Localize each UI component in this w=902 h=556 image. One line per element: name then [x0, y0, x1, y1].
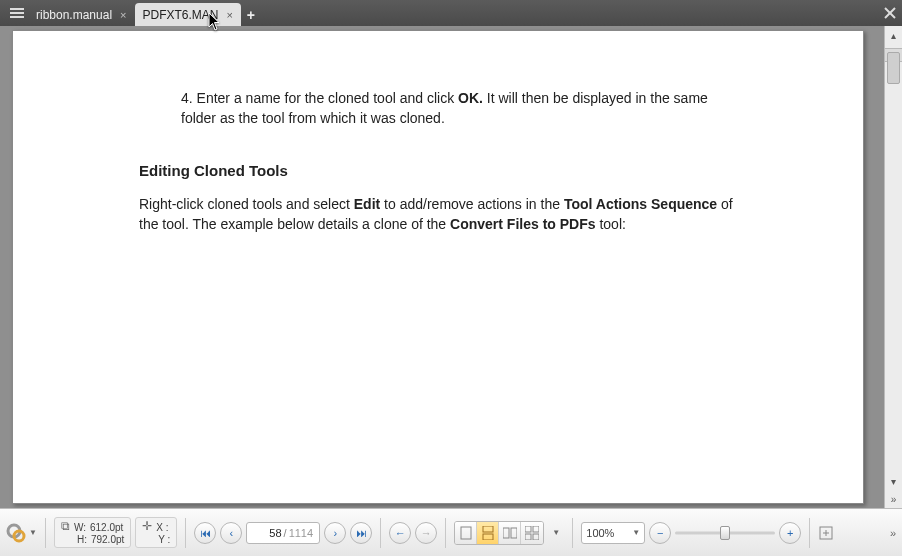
page-continuous-icon — [482, 526, 494, 540]
page-layout-segmented — [454, 521, 544, 545]
layout-facing[interactable] — [499, 522, 521, 544]
svg-rect-2 — [10, 16, 24, 18]
scrollbar-track[interactable] — [885, 44, 902, 472]
layout-single-page[interactable] — [455, 522, 477, 544]
history-forward-button[interactable]: → — [415, 522, 437, 544]
fit-mode-icon[interactable] — [818, 525, 834, 541]
svg-rect-10 — [503, 528, 509, 538]
panel-toggle-icon[interactable] — [6, 0, 28, 26]
svg-rect-11 — [511, 528, 517, 538]
separator — [380, 518, 381, 548]
page-sep: / — [284, 527, 287, 539]
document-viewport: 4. Enter a name for the cloned tool and … — [0, 26, 902, 508]
chevron-left-icon: ‹ — [230, 527, 234, 539]
text-run: 4. Enter a name for the cloned tool and … — [181, 90, 458, 106]
text-bold: Convert Files to PDFs — [450, 216, 595, 232]
text-bold: OK. — [458, 90, 483, 106]
height-value: 792.0pt — [91, 534, 124, 545]
zoom-in-button[interactable]: + — [779, 522, 801, 544]
zoom-value: 100% — [586, 527, 614, 539]
plus-icon: + — [787, 527, 793, 539]
page-facing-icon — [503, 527, 517, 539]
last-page-button[interactable]: ⏭ — [350, 522, 372, 544]
text-bold: Edit — [354, 196, 380, 212]
tab-pdfxt6-man[interactable]: PDFXT6.MAN × — [135, 3, 241, 26]
arrow-left-icon: ← — [395, 527, 406, 539]
svg-rect-1 — [10, 12, 24, 14]
prev-page-button[interactable]: ‹ — [220, 522, 242, 544]
document-scroll-area[interactable]: 4. Enter a name for the cloned tool and … — [0, 26, 884, 508]
svg-rect-7 — [461, 527, 471, 539]
total-pages: 1114 — [289, 527, 313, 539]
close-icon[interactable]: × — [120, 9, 126, 21]
separator — [185, 518, 186, 548]
text-bold: Tool Actions Sequence — [564, 196, 717, 212]
current-page: 58 — [254, 527, 282, 539]
text-run: tool: — [596, 216, 626, 232]
zoom-out-button[interactable]: − — [649, 522, 671, 544]
tab-ribbon-manual[interactable]: ribbon.manual × — [28, 3, 135, 26]
svg-rect-13 — [533, 526, 539, 532]
x-label: X : — [156, 522, 168, 533]
width-value: 612.0pt — [90, 522, 123, 533]
svg-rect-14 — [525, 534, 531, 540]
page-dim-icon: ⧉ — [61, 520, 70, 533]
width-label: W: — [74, 522, 86, 533]
scroll-down-icon[interactable]: ▾ — [885, 472, 902, 490]
page-size-readout: ⧉ W: 612.0pt H: 792.0pt — [54, 517, 131, 547]
pdf-page: 4. Enter a name for the cloned tool and … — [12, 30, 864, 504]
page-single-icon — [460, 526, 472, 540]
height-label: H: — [77, 534, 87, 545]
window-close-button[interactable] — [878, 0, 902, 26]
minus-icon: − — [657, 527, 663, 539]
svg-rect-9 — [483, 534, 493, 540]
page-facing-cont-icon — [525, 526, 539, 540]
separator — [445, 518, 446, 548]
text-run: to add/remove actions in the — [380, 196, 564, 212]
chevron-down-icon: ▼ — [29, 528, 37, 537]
new-tab-button[interactable]: + — [241, 3, 261, 26]
tab-strip: ribbon.manual × PDFXT6.MAN × + — [0, 0, 902, 26]
vertical-scrollbar[interactable]: ▴ ≡ ▾ » — [884, 26, 902, 508]
separator — [572, 518, 573, 548]
tab-label: ribbon.manual — [36, 8, 112, 22]
layout-facing-continuous[interactable] — [521, 522, 543, 544]
svg-rect-8 — [483, 526, 493, 532]
scrollbar-thumb[interactable] — [887, 52, 900, 84]
overflow-icon[interactable]: » — [890, 527, 896, 539]
step-4-text: 4. Enter a name for the cloned tool and … — [181, 89, 743, 128]
chevron-right-icon: › — [334, 527, 338, 539]
separator — [809, 518, 810, 548]
mouse-cursor — [208, 12, 222, 32]
cursor-pos-readout: ✛ X : Y : — [135, 517, 177, 547]
scroll-up-icon[interactable]: ▴ — [885, 26, 902, 44]
zoom-slider[interactable] — [675, 523, 775, 543]
svg-rect-15 — [533, 534, 539, 540]
y-label: Y : — [158, 534, 170, 545]
editing-paragraph: Right-click cloned tools and select Edit… — [139, 195, 743, 234]
page-number-field[interactable]: 58 / 1114 — [246, 522, 320, 544]
slider-knob[interactable] — [720, 526, 730, 540]
first-page-icon: ⏮ — [200, 527, 211, 539]
status-toolbar: ▼ ⧉ W: 612.0pt H: 792.0pt ✛ X : Y : ⏮ ‹ … — [0, 508, 902, 556]
options-button[interactable]: ▼ — [6, 523, 37, 543]
last-page-icon: ⏭ — [356, 527, 367, 539]
scroll-more-icon[interactable]: » — [885, 490, 902, 508]
zoom-level-field[interactable]: 100% ▼ — [581, 522, 645, 544]
svg-rect-0 — [10, 8, 24, 10]
arrow-right-icon: → — [421, 527, 432, 539]
text-run: Right-click cloned tools and select — [139, 196, 354, 212]
layout-continuous[interactable] — [477, 522, 499, 544]
heading-editing-cloned-tools: Editing Cloned Tools — [139, 162, 743, 179]
separator — [45, 518, 46, 548]
chevron-down-icon: ▼ — [632, 528, 640, 537]
history-back-button[interactable]: ← — [389, 522, 411, 544]
chevron-down-icon[interactable]: ▼ — [552, 528, 560, 537]
gear-icon — [6, 523, 26, 543]
first-page-button[interactable]: ⏮ — [194, 522, 216, 544]
svg-rect-12 — [525, 526, 531, 532]
next-page-button[interactable]: › — [324, 522, 346, 544]
close-icon[interactable]: × — [227, 9, 233, 21]
crosshair-icon: ✛ — [142, 520, 152, 533]
